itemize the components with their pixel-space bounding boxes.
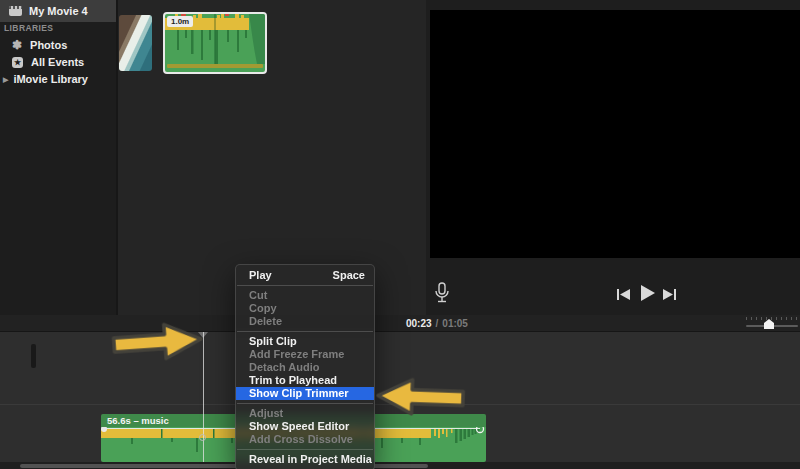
menu-item-show-speed-editor[interactable]: Show Speed Editor <box>236 420 374 433</box>
selected-clip-thumbnail[interactable]: 1.0m <box>163 12 267 74</box>
menu-item-delete[interactable]: Delete <box>236 315 374 328</box>
menu-item-split-clip[interactable]: Split Clip <box>236 335 374 348</box>
project-name: My Movie 4 <box>29 5 88 17</box>
menu-item-add-cross-dissolve[interactable]: Add Cross Dissolve <box>236 433 374 446</box>
skip-back-icon[interactable] <box>617 289 630 300</box>
menu-item-detach-audio[interactable]: Detach Audio <box>236 361 374 374</box>
photos-pinwheel-icon: ✽ <box>12 39 22 51</box>
menu-item-show-clip-trimmer[interactable]: Show Clip Trimmer <box>236 387 374 400</box>
skip-forward-icon[interactable] <box>663 289 676 300</box>
menu-separator <box>237 403 373 404</box>
imovie-window: My Movie 4 LIBRARIES ✽ Photos ★ All Even… <box>0 0 800 469</box>
sidebar-item-all-events[interactable]: ★ All Events <box>12 56 84 68</box>
annotation-arrow-right-icon <box>110 317 207 367</box>
sidebar-item-my-movie[interactable]: My Movie 4 <box>0 0 116 22</box>
time-display: 00:23 / 01:05 <box>406 318 468 329</box>
menu-item-play[interactable]: Play Space <box>236 269 374 282</box>
play-icon[interactable] <box>640 285 656 301</box>
menu-item-trim-to-playhead[interactable]: Trim to Playhead <box>236 374 374 387</box>
sidebar-item-photos[interactable]: ✽ Photos <box>12 39 67 51</box>
total-time: 01:05 <box>442 318 468 329</box>
video-viewer <box>430 10 800 258</box>
all-events-star-icon: ★ <box>12 57 23 68</box>
photo-thumbnail[interactable] <box>119 15 152 71</box>
zoom-slider-ticks <box>746 317 798 320</box>
disclosure-triangle-icon: ▶ <box>3 74 8 85</box>
menu-shortcut: Space <box>333 269 365 282</box>
timeline-bottom-strip <box>0 462 800 469</box>
microphone-icon[interactable] <box>433 282 451 304</box>
time-separator: / <box>436 318 439 329</box>
insertion-cursor <box>31 344 36 368</box>
menu-separator <box>237 449 373 450</box>
current-time: 00:23 <box>406 318 432 329</box>
preview-panel <box>426 0 800 315</box>
menu-item-adjust[interactable]: Adjust <box>236 407 374 420</box>
menu-item-cut[interactable]: Cut <box>236 289 374 302</box>
menu-separator <box>237 331 373 332</box>
sidebar-item-label: Photos <box>30 39 67 51</box>
annotation-arrow-left-icon <box>373 372 467 421</box>
timeline-zoom-slider[interactable] <box>746 317 798 330</box>
menu-item-reveal-in-project-media[interactable]: Reveal in Project Media <box>236 453 374 466</box>
context-menu: Play Space Cut Copy Delete Split Clip Ad… <box>235 264 375 469</box>
zoom-slider-thumb[interactable] <box>764 319 774 329</box>
sidebar-item-label: All Events <box>31 56 84 68</box>
sidebar-item-imovie-library[interactable]: ▶ iMovie Library <box>3 73 88 85</box>
music-clip-label: 56.6s – music <box>107 415 169 426</box>
menu-separator <box>237 285 373 286</box>
clip-duration-badge: 1.0m <box>167 16 193 27</box>
clapperboard-icon <box>9 6 22 16</box>
playhead-dot <box>199 434 206 441</box>
menu-item-copy[interactable]: Copy <box>236 302 374 315</box>
sidebar-item-label: iMovie Library <box>13 73 88 85</box>
sidebar: My Movie 4 LIBRARIES ✽ Photos ★ All Even… <box>0 0 116 315</box>
menu-item-add-freeze-frame[interactable]: Add Freeze Frame <box>236 348 374 361</box>
libraries-header: LIBRARIES <box>4 23 53 33</box>
